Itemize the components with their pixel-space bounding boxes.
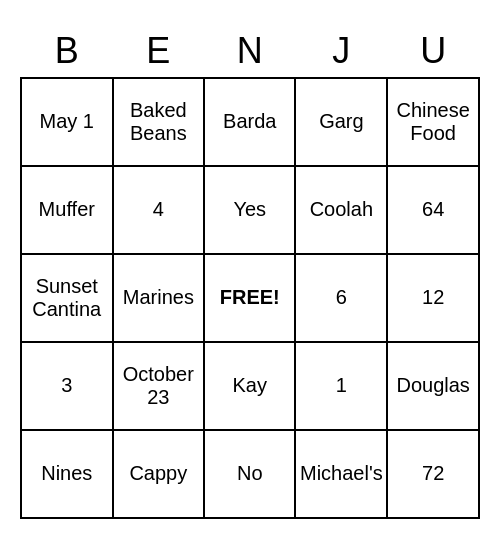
- cell-r1-c2: Yes: [204, 166, 295, 254]
- cell-r1-c3: Coolah: [295, 166, 387, 254]
- cell-r4-c1: Cappy: [113, 430, 205, 518]
- col-header-u: U: [387, 26, 479, 78]
- cell-r2-c4: 12: [387, 254, 479, 342]
- cell-r2-c1: Marines: [113, 254, 205, 342]
- cell-r3-c4: Douglas: [387, 342, 479, 430]
- cell-r3-c2: Kay: [204, 342, 295, 430]
- cell-r4-c2: No: [204, 430, 295, 518]
- col-header-b: B: [21, 26, 113, 78]
- bingo-card: B E N J U May 1Baked BeansBardaGargChine…: [20, 26, 480, 519]
- cell-r1-c1: 4: [113, 166, 205, 254]
- cell-r4-c3: Michael's: [295, 430, 387, 518]
- cell-r0-c3: Garg: [295, 78, 387, 166]
- cell-r4-c4: 72: [387, 430, 479, 518]
- cell-r3-c1: October 23: [113, 342, 205, 430]
- cell-r2-c0: Sunset Cantina: [21, 254, 113, 342]
- cell-r1-c4: 64: [387, 166, 479, 254]
- cell-r0-c2: Barda: [204, 78, 295, 166]
- cell-r0-c4: Chinese Food: [387, 78, 479, 166]
- cell-r0-c0: May 1: [21, 78, 113, 166]
- cell-r4-c0: Nines: [21, 430, 113, 518]
- cell-r1-c0: Muffer: [21, 166, 113, 254]
- cell-r3-c3: 1: [295, 342, 387, 430]
- cell-r2-c2: FREE!: [204, 254, 295, 342]
- col-header-j: J: [295, 26, 387, 78]
- cell-r2-c3: 6: [295, 254, 387, 342]
- col-header-e: E: [113, 26, 205, 78]
- col-header-n: N: [204, 26, 295, 78]
- cell-r3-c0: 3: [21, 342, 113, 430]
- cell-r0-c1: Baked Beans: [113, 78, 205, 166]
